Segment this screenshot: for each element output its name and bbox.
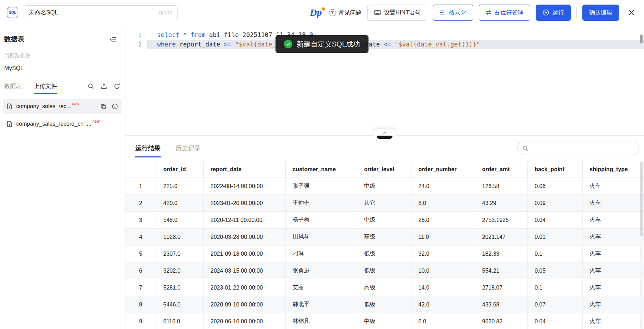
table-cell: 2024-03-15 00:00:00 xyxy=(203,262,285,279)
table-cell: 火车 xyxy=(582,262,644,279)
column-header-order_id[interactable]: order_id xyxy=(156,161,203,178)
row-index-cell: 2 xyxy=(125,195,156,212)
result-search-input[interactable] xyxy=(532,145,634,151)
confirm-edit-label: 确认编辑 xyxy=(589,9,612,17)
topbar: SQL 6/100 Dp ? 常见问题 设置HINT语句 xyxy=(0,0,644,25)
datasource-value: MySQL xyxy=(4,65,125,72)
table-cell: 0.04 xyxy=(527,313,582,329)
table-cell: 火车 xyxy=(582,212,644,229)
table-cell: 42.0 xyxy=(411,296,475,313)
tab-run-results[interactable]: 运行结果 xyxy=(135,136,161,161)
column-header-back_point[interactable]: back_point xyxy=(527,161,582,178)
file-name: company_sales_record_cn .... xyxy=(16,121,91,127)
table-cell: 火车 xyxy=(582,195,644,212)
table-cell: 0.1 xyxy=(527,246,582,262)
tab-history[interactable]: 历史记录 xyxy=(175,136,201,161)
info-icon[interactable] xyxy=(112,103,118,110)
column-header-order_number[interactable]: order_number xyxy=(411,161,475,178)
collapse-editor-button[interactable] xyxy=(373,129,396,136)
search-icon[interactable] xyxy=(88,83,94,89)
format-button[interactable]: 格式化 xyxy=(433,5,473,21)
code-text: select * from qbi_file_20251107_11_34_18… xyxy=(147,30,644,40)
hint-icon xyxy=(374,10,381,15)
table-row[interactable]: 3548.02020-12-11 00:00:00杨子梅中级26.02753.1… xyxy=(125,212,644,229)
table-row[interactable]: 96116.02020-06-10 00:00:00林纬凡中级6.09620.8… xyxy=(125,313,644,329)
file-name: company_sales_rec... xyxy=(16,103,71,110)
table-cell: 2023-01-20 00:00:00 xyxy=(203,195,285,212)
toast-message: 新建自定义SQL成功 xyxy=(297,39,360,49)
file-item-company-sales-record-cn[interactable]: company_sales_record_cn .... new xyxy=(3,116,122,132)
table-cell: 2307.0 xyxy=(156,246,203,262)
faq-link[interactable]: ? 常见问题 xyxy=(329,9,362,17)
sidebar-tabs: 数据表 上传文件 xyxy=(0,79,125,94)
column-header-order_amt[interactable]: order_amt xyxy=(475,161,527,178)
file-item-company-sales-rec[interactable]: company_sales_rec... new xyxy=(3,99,122,114)
table-cell: 14.0 xyxy=(411,279,475,296)
upload-icon[interactable] xyxy=(101,83,107,89)
editor-scrollbar-thumb[interactable] xyxy=(640,35,643,43)
table-cell: 5281.0 xyxy=(156,279,203,296)
code-line[interactable]: 2where report_date >= "$val{date_val.get… xyxy=(125,40,644,49)
sql-code-editor[interactable]: 1select * from qbi_file_20251107_11_34_1… xyxy=(125,25,644,136)
table-cell: 0.06 xyxy=(527,178,582,195)
table-cell: 韩北平 xyxy=(285,296,357,313)
table-row[interactable]: 63202.02024-03-15 00:00:00张勇进低级10.0554.2… xyxy=(125,262,644,279)
table-cell: 刁琳 xyxy=(285,246,357,262)
sql-editor-app: SQL 6/100 Dp ? 常见问题 设置HINT语句 xyxy=(0,0,644,329)
content-pane: 1select * from qbi_file_20251107_11_34_1… xyxy=(125,25,644,329)
file-icon xyxy=(6,103,13,110)
column-header-report_date[interactable]: report_date xyxy=(203,161,285,178)
question-circle-icon: ? xyxy=(329,9,336,16)
table-cell: 林纬凡 xyxy=(285,313,357,329)
table-cell: 225.0 xyxy=(156,178,203,195)
table-cell: 火车 xyxy=(582,229,644,246)
table-row[interactable]: 1225.02022-08-14 00:00:00张子强中级24.0126.58… xyxy=(125,178,644,195)
table-cell: 32.0 xyxy=(411,246,475,262)
panel-collapse-icon[interactable] xyxy=(110,36,117,43)
table-cell: 田凤琴 xyxy=(285,229,357,246)
run-button[interactable]: 运行 xyxy=(536,5,571,21)
table-cell: 420.0 xyxy=(156,195,203,212)
column-header-customer_name[interactable]: customer_name xyxy=(285,161,357,178)
table-cell: 43.29 xyxy=(475,195,527,212)
confirm-edit-button[interactable]: 确认编辑 xyxy=(582,5,619,21)
tab-uploaded-files[interactable]: 上传文件 xyxy=(34,79,57,94)
set-hint-button[interactable]: 设置HINT语句 xyxy=(367,5,428,21)
column-header-index[interactable] xyxy=(125,161,156,178)
copy-icon[interactable] xyxy=(100,104,106,110)
row-index-cell: 1 xyxy=(125,178,156,195)
tab-data-tables[interactable]: 数据表 xyxy=(4,79,22,94)
faq-label: 常见问题 xyxy=(339,9,362,17)
sql-name-input[interactable] xyxy=(29,9,155,16)
editor-collapse-handle[interactable] xyxy=(371,128,399,136)
table-cell: 0.04 xyxy=(527,212,582,229)
table-cell: 中级 xyxy=(357,212,411,229)
code-line[interactable]: 1select * from qbi_file_20251107_11_34_1… xyxy=(125,30,644,40)
results-header: 运行结果 历史记录 xyxy=(125,136,644,161)
toast-success-icon xyxy=(284,40,292,48)
refresh-icon[interactable] xyxy=(114,83,120,89)
table-row[interactable]: 41028.02020-03-28 00:00:00田凤琴高级11.02021.… xyxy=(125,229,644,246)
dataphin-logo-text: Dp xyxy=(310,7,322,18)
name-char-counter: 6/100 xyxy=(159,10,172,15)
placeholder-sliders-icon xyxy=(485,10,491,15)
table-cell: 126.58 xyxy=(475,178,527,195)
table-row[interactable]: 52307.02021-09-18 00:00:00刁琳低级32.0182.33… xyxy=(125,246,644,262)
close-icon[interactable] xyxy=(628,9,635,16)
topbar-actions: Dp ? 常见问题 设置HINT语句 格式化 xyxy=(310,5,635,21)
results-scrollbar-thumb[interactable] xyxy=(640,162,643,236)
table-cell: 2020-12-11 00:00:00 xyxy=(203,212,285,229)
table-cell: 中级 xyxy=(357,313,411,329)
results-table-wrap: order_idreport_datecustomer_nameorder_le… xyxy=(125,161,644,329)
new-badge: new xyxy=(92,119,99,123)
placeholder-manage-button[interactable]: 占位符管理 xyxy=(479,5,531,21)
table-cell: 低级 xyxy=(357,262,411,279)
table-cell: 6116.0 xyxy=(156,313,203,329)
row-index-cell: 4 xyxy=(125,229,156,246)
table-row[interactable]: 85446.02020-09-10 00:00:00韩北平低级42.0433.6… xyxy=(125,296,644,313)
table-row[interactable]: 2420.02023-01-20 00:00:00王仲奇其它8.043.290.… xyxy=(125,195,644,212)
placeholder-manage-label: 占位符管理 xyxy=(495,9,524,17)
table-row[interactable]: 75281.02023-01-22 00:00:00艾丽高级14.02718.0… xyxy=(125,279,644,296)
column-header-order_level[interactable]: order_level xyxy=(357,161,411,178)
column-header-shipping_type[interactable]: shipping_type xyxy=(582,161,644,178)
